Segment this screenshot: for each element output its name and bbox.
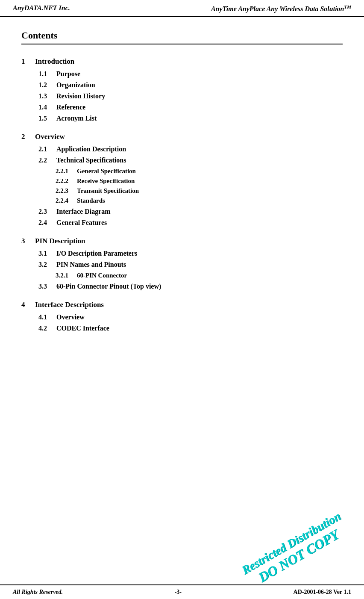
toc-num: 2.4 (38, 219, 52, 227)
toc-subsection-4-1: 4.1Overview (21, 313, 343, 321)
footer-version: AD-2001-06-28 Ver 1.1 (294, 589, 351, 596)
toc-subsection-2-2: 2.2Technical Specifications (21, 156, 343, 164)
toc-label: PIN Description (35, 237, 85, 245)
toc-label: 60-Pin Connector Pinout (Top view) (56, 283, 161, 290)
toc-num: 4.1 (38, 313, 52, 321)
toc-label: PIN Names and Pinouts (56, 261, 126, 269)
toc-subsection-2-4: 2.4General Features (21, 219, 343, 227)
toc-label: Transmit Specification (77, 187, 139, 195)
toc-num: 2.2.3 (56, 187, 73, 195)
toc-label: 60-PIN Connector (77, 272, 127, 279)
toc-label: Overview (56, 313, 85, 321)
toc-subsection-3-3: 3.360-Pin Connector Pinout (Top view) (21, 283, 343, 290)
toc-subsubsection-2-2-4: 2.2.4Standards (21, 197, 343, 204)
toc-subsubsection-2-2-2: 2.2.2Receive Specification (21, 177, 343, 185)
toc-label: Interface Diagram (56, 208, 111, 215)
toc-num: 3.3 (38, 283, 52, 290)
watermark-line1: Restricted Distribution (239, 509, 343, 577)
footer-page-number: -3- (175, 589, 182, 596)
toc-num: 2.1 (38, 145, 52, 153)
toc-subsection-1-3: 1.3Revision History (21, 92, 343, 100)
toc-subsubsection-3-2-1: 3.2.160-PIN Connector (21, 272, 343, 279)
toc-subsection-1-5: 1.5Acronym List (21, 115, 343, 122)
toc-subsection-2-1: 2.1Application Description (21, 145, 343, 153)
footer-rights: All Rights Reserved. (13, 589, 63, 596)
toc-num: 3.1 (38, 250, 52, 257)
main-content: Contents 1Introduction1.1Purpose1.2Organ… (0, 17, 364, 361)
toc-num: 1.2 (38, 81, 52, 89)
toc-label: Reference (56, 103, 85, 111)
toc-num: 2.2 (38, 156, 52, 164)
toc-label: Overview (35, 133, 65, 141)
toc-num: 2.3 (38, 208, 52, 215)
toc-label: Technical Specifications (56, 156, 126, 164)
toc-label: Introduction (35, 57, 74, 66)
toc-label: Revision History (56, 92, 105, 100)
toc-subsection-4-2: 4.2CODEC Interface (21, 325, 343, 332)
toc-num: 1.4 (38, 103, 52, 111)
toc-num: 2.2.2 (56, 177, 73, 185)
toc-section-2: 2Overview (21, 133, 343, 141)
watermark-line2: DO NOT COPY (246, 521, 351, 591)
toc-num: 1.5 (38, 115, 52, 122)
toc-subsection-1-2: 1.2Organization (21, 81, 343, 89)
toc-subsection-3-1: 3.1I/O Description Parameters (21, 250, 343, 257)
toc-num: 1 (21, 57, 30, 66)
toc-num: 4.2 (38, 325, 52, 332)
toc-label: Acronym List (56, 115, 97, 122)
toc-label: Receive Specification (77, 177, 135, 185)
product-tagline: AnyTime AnyPlace Any Wireless Data Solut… (211, 4, 351, 13)
company-name: AnyDATA.NET Inc. (13, 4, 70, 12)
toc-subsection-1-4: 1.4Reference (21, 103, 343, 111)
page-header: AnyDATA.NET Inc. AnyTime AnyPlace Any Wi… (0, 0, 364, 17)
toc-num: 2 (21, 133, 30, 141)
toc-subsection-2-3: 2.3Interface Diagram (21, 208, 343, 215)
toc-num: 3.2.1 (56, 272, 73, 279)
toc-subsection-1-1: 1.1Purpose (21, 70, 343, 78)
toc-section-1: 1Introduction (21, 57, 343, 66)
toc-subsubsection-2-2-1: 2.2.1General Specification (21, 168, 343, 175)
toc-num: 3 (21, 237, 30, 245)
toc-num: 1.1 (38, 70, 52, 78)
toc-label: General Specification (77, 168, 136, 175)
watermark: Restricted Distribution DO NOT COPY (239, 509, 351, 591)
toc-label: General Features (56, 219, 107, 227)
toc-section-4: 4Interface Descriptions (21, 301, 343, 309)
toc-label: Interface Descriptions (35, 301, 104, 309)
page-title: Contents (21, 30, 343, 44)
toc-section-3: 3PIN Description (21, 237, 343, 245)
toc-label: Purpose (56, 70, 80, 78)
toc-num: 3.2 (38, 261, 52, 269)
toc-label: Application Description (56, 145, 126, 153)
toc-subsection-3-2: 3.2PIN Names and Pinouts (21, 261, 343, 269)
toc-label: Standards (77, 197, 105, 204)
toc-num: 4 (21, 301, 30, 309)
toc-label: Organization (56, 81, 95, 89)
toc-label: CODEC Interface (56, 325, 109, 332)
toc-num: 1.3 (38, 92, 52, 100)
page-footer: All Rights Reserved. -3- AD-2001-06-28 V… (0, 584, 364, 599)
toc-num: 2.2.4 (56, 197, 73, 204)
toc-label: I/O Description Parameters (56, 250, 137, 257)
table-of-contents: 1Introduction1.1Purpose1.2Organization1.… (21, 57, 343, 332)
toc-subsubsection-2-2-3: 2.2.3Transmit Specification (21, 187, 343, 195)
toc-num: 2.2.1 (56, 168, 73, 175)
